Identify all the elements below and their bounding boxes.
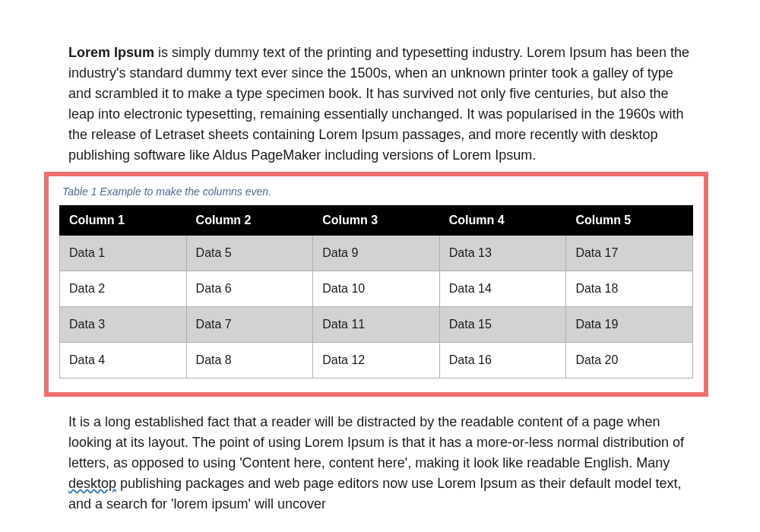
table-cell[interactable]: Data 9: [313, 236, 440, 271]
intro-paragraph: Lorem Ipsum is simply dummy text of the …: [68, 43, 692, 166]
intro-lead: Lorem Ipsum: [68, 45, 154, 60]
table-cell[interactable]: Data 2: [60, 271, 187, 307]
table-cell[interactable]: Data 11: [313, 307, 440, 343]
table-cell[interactable]: Data 10: [313, 271, 440, 307]
table-cell[interactable]: Data 13: [439, 236, 566, 271]
table-header-cell[interactable]: Column 2: [186, 206, 313, 236]
outro-paragraph: It is a long established fact that a rea…: [68, 412, 692, 515]
table-cell[interactable]: Data 4: [60, 343, 187, 378]
table-cell[interactable]: Data 3: [60, 307, 187, 343]
table-header-cell[interactable]: Column 3: [313, 206, 440, 236]
spell-error-word[interactable]: desktop: [68, 476, 116, 491]
table-row: Data 3 Data 7 Data 11 Data 15 Data 19: [60, 307, 693, 343]
table-cell[interactable]: Data 17: [566, 236, 693, 271]
table-header-cell[interactable]: Column 5: [566, 206, 693, 236]
outro-after: publishing packages and web page editors…: [68, 476, 682, 511]
table-row: Data 1 Data 5 Data 9 Data 13 Data 17: [60, 236, 693, 271]
table-cell[interactable]: Data 18: [566, 271, 693, 307]
outro-before: It is a long established fact that a rea…: [68, 414, 684, 470]
table-cell[interactable]: Data 14: [439, 271, 566, 307]
table-row: Data 2 Data 6 Data 10 Data 14 Data 18: [60, 271, 693, 307]
table-selection-highlight: Table 1 Example to make the columns even…: [44, 172, 708, 397]
document-page: Lorem Ipsum is simply dummy text of the …: [0, 0, 760, 515]
table-cell[interactable]: Data 1: [60, 236, 187, 271]
table-header-cell[interactable]: Column 1: [60, 206, 187, 236]
table-cell[interactable]: Data 5: [186, 236, 313, 271]
table-cell[interactable]: Data 12: [313, 343, 440, 378]
intro-rest: is simply dummy text of the printing and…: [68, 45, 689, 163]
table-cell[interactable]: Data 6: [186, 271, 313, 307]
table-cell[interactable]: Data 7: [186, 307, 313, 343]
example-table[interactable]: Column 1 Column 2 Column 3 Column 4 Colu…: [59, 205, 693, 378]
table-cell[interactable]: Data 8: [186, 343, 313, 378]
table-header-row: Column 1 Column 2 Column 3 Column 4 Colu…: [60, 206, 693, 236]
table-cell[interactable]: Data 19: [566, 307, 693, 343]
table-row: Data 4 Data 8 Data 12 Data 16 Data 20: [60, 343, 693, 378]
table-header-cell[interactable]: Column 4: [439, 206, 566, 236]
table-cell[interactable]: Data 15: [439, 307, 566, 343]
table-cell[interactable]: Data 16: [439, 343, 566, 378]
table-cell[interactable]: Data 20: [566, 343, 693, 378]
table-caption: Table 1 Example to make the columns even…: [62, 185, 693, 198]
